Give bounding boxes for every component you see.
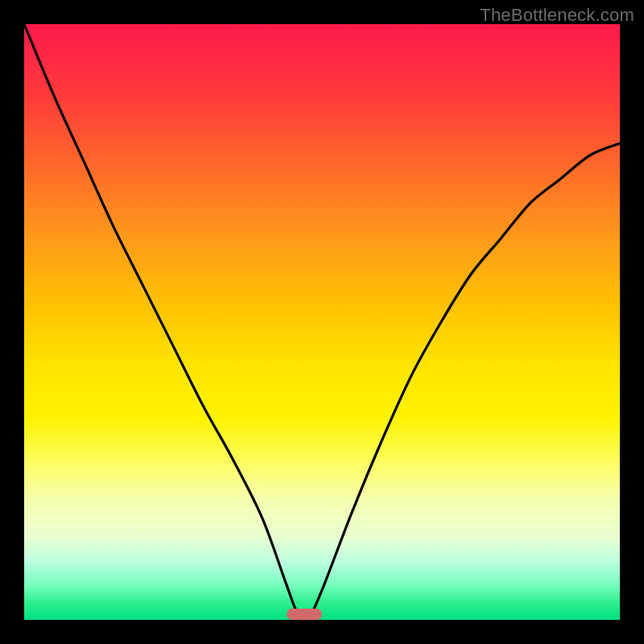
chart-frame [0,0,644,644]
watermark-text: TheBottleneck.com [480,5,634,26]
